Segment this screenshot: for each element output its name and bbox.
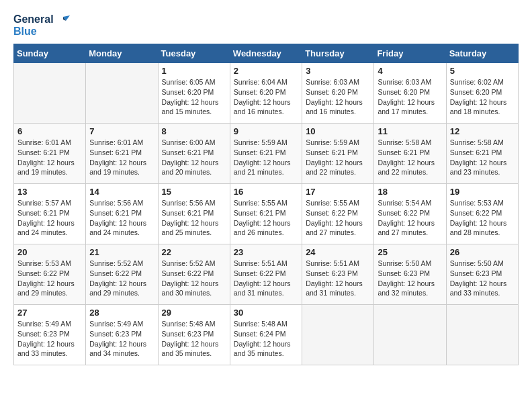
calendar-cell	[86, 63, 158, 124]
calendar-cell: 7Sunrise: 6:01 AM Sunset: 6:21 PM Daylig…	[86, 124, 158, 184]
day-info: Sunrise: 5:50 AM Sunset: 6:23 PM Dayligh…	[378, 259, 442, 298]
day-number: 14	[89, 187, 154, 197]
day-number: 6	[17, 126, 82, 136]
week-row-2: 6Sunrise: 6:01 AM Sunset: 6:21 PM Daylig…	[14, 124, 519, 184]
weekday-header-thursday: Thursday	[302, 44, 374, 63]
calendar-cell: 3Sunrise: 6:03 AM Sunset: 6:20 PM Daylig…	[302, 63, 374, 124]
day-number: 7	[89, 126, 154, 136]
calendar-cell: 18Sunrise: 5:54 AM Sunset: 6:22 PM Dayli…	[374, 184, 446, 244]
day-info: Sunrise: 5:53 AM Sunset: 6:22 PM Dayligh…	[450, 198, 515, 238]
day-info: Sunrise: 5:53 AM Sunset: 6:22 PM Dayligh…	[17, 259, 82, 298]
calendar-cell: 14Sunrise: 5:56 AM Sunset: 6:21 PM Dayli…	[86, 184, 158, 244]
day-info: Sunrise: 6:02 AM Sunset: 6:20 PM Dayligh…	[450, 77, 515, 117]
weekday-header-friday: Friday	[374, 44, 446, 63]
day-info: Sunrise: 5:52 AM Sunset: 6:22 PM Dayligh…	[89, 259, 154, 298]
calendar-cell: 11Sunrise: 5:58 AM Sunset: 6:21 PM Dayli…	[374, 124, 446, 184]
day-number: 20	[17, 247, 82, 257]
day-info: Sunrise: 6:01 AM Sunset: 6:21 PM Dayligh…	[17, 138, 82, 177]
calendar-cell: 9Sunrise: 5:59 AM Sunset: 6:21 PM Daylig…	[230, 124, 302, 184]
calendar-cell: 19Sunrise: 5:53 AM Sunset: 6:22 PM Dayli…	[446, 184, 518, 244]
calendar-cell: 30Sunrise: 5:48 AM Sunset: 6:24 PM Dayli…	[230, 305, 302, 365]
calendar-cell: 26Sunrise: 5:50 AM Sunset: 6:23 PM Dayli…	[446, 244, 518, 305]
page-header: General Blue	[13, 13, 519, 37]
day-info: Sunrise: 5:58 AM Sunset: 6:21 PM Dayligh…	[450, 138, 515, 177]
day-number: 24	[306, 247, 370, 257]
weekday-header-tuesday: Tuesday	[158, 44, 230, 63]
day-number: 29	[162, 308, 226, 318]
day-number: 25	[378, 247, 442, 257]
calendar-cell: 2Sunrise: 6:04 AM Sunset: 6:20 PM Daylig…	[230, 63, 302, 124]
calendar-cell: 16Sunrise: 5:55 AM Sunset: 6:21 PM Dayli…	[230, 184, 302, 244]
day-number: 15	[162, 187, 226, 197]
day-info: Sunrise: 6:03 AM Sunset: 6:20 PM Dayligh…	[306, 77, 370, 117]
calendar-cell: 17Sunrise: 5:55 AM Sunset: 6:22 PM Dayli…	[302, 184, 374, 244]
calendar-cell: 12Sunrise: 5:58 AM Sunset: 6:21 PM Dayli…	[446, 124, 518, 184]
day-info: Sunrise: 5:48 AM Sunset: 6:23 PM Dayligh…	[162, 319, 226, 359]
day-info: Sunrise: 5:56 AM Sunset: 6:21 PM Dayligh…	[162, 198, 226, 238]
weekday-header-wednesday: Wednesday	[230, 44, 302, 63]
day-info: Sunrise: 5:54 AM Sunset: 6:22 PM Dayligh…	[378, 198, 442, 238]
day-number: 22	[162, 247, 226, 257]
day-info: Sunrise: 6:05 AM Sunset: 6:20 PM Dayligh…	[162, 77, 226, 117]
calendar-cell: 1Sunrise: 6:05 AM Sunset: 6:20 PM Daylig…	[158, 63, 230, 124]
day-info: Sunrise: 5:56 AM Sunset: 6:21 PM Dayligh…	[89, 198, 154, 238]
day-info: Sunrise: 5:59 AM Sunset: 6:21 PM Dayligh…	[306, 138, 370, 177]
calendar-cell: 22Sunrise: 5:52 AM Sunset: 6:22 PM Dayli…	[158, 244, 230, 305]
calendar-cell: 13Sunrise: 5:57 AM Sunset: 6:21 PM Dayli…	[14, 184, 86, 244]
week-row-5: 27Sunrise: 5:49 AM Sunset: 6:23 PM Dayli…	[14, 305, 519, 365]
week-row-3: 13Sunrise: 5:57 AM Sunset: 6:21 PM Dayli…	[14, 184, 519, 244]
calendar-cell: 28Sunrise: 5:49 AM Sunset: 6:23 PM Dayli…	[86, 305, 158, 365]
day-number: 8	[162, 126, 226, 136]
day-info: Sunrise: 5:57 AM Sunset: 6:21 PM Dayligh…	[17, 198, 82, 238]
day-number: 13	[17, 187, 82, 197]
day-info: Sunrise: 6:00 AM Sunset: 6:21 PM Dayligh…	[162, 138, 226, 177]
day-number: 17	[306, 187, 370, 197]
day-number: 1	[162, 66, 226, 76]
day-number: 23	[234, 247, 298, 257]
calendar-cell: 27Sunrise: 5:49 AM Sunset: 6:23 PM Dayli…	[14, 305, 86, 365]
day-info: Sunrise: 5:58 AM Sunset: 6:21 PM Dayligh…	[378, 138, 442, 177]
calendar-cell	[446, 305, 518, 365]
calendar-cell: 4Sunrise: 6:03 AM Sunset: 6:20 PM Daylig…	[374, 63, 446, 124]
day-number: 26	[450, 247, 515, 257]
day-number: 27	[17, 308, 82, 318]
calendar-cell: 8Sunrise: 6:00 AM Sunset: 6:21 PM Daylig…	[158, 124, 230, 184]
day-number: 19	[450, 187, 515, 197]
day-info: Sunrise: 5:49 AM Sunset: 6:23 PM Dayligh…	[89, 319, 154, 359]
calendar-cell	[302, 305, 374, 365]
calendar-cell: 20Sunrise: 5:53 AM Sunset: 6:22 PM Dayli…	[14, 244, 86, 305]
calendar-cell: 29Sunrise: 5:48 AM Sunset: 6:23 PM Dayli…	[158, 305, 230, 365]
weekday-header-saturday: Saturday	[446, 44, 518, 63]
week-row-4: 20Sunrise: 5:53 AM Sunset: 6:22 PM Dayli…	[14, 244, 519, 305]
logo-general: General	[13, 13, 70, 26]
calendar-cell: 23Sunrise: 5:51 AM Sunset: 6:22 PM Dayli…	[230, 244, 302, 305]
day-info: Sunrise: 5:49 AM Sunset: 6:23 PM Dayligh…	[17, 319, 82, 359]
day-info: Sunrise: 5:55 AM Sunset: 6:21 PM Dayligh…	[234, 198, 298, 238]
day-info: Sunrise: 5:51 AM Sunset: 6:23 PM Dayligh…	[306, 259, 370, 298]
day-number: 30	[234, 308, 298, 318]
day-info: Sunrise: 5:55 AM Sunset: 6:22 PM Dayligh…	[306, 198, 370, 238]
calendar-cell: 21Sunrise: 5:52 AM Sunset: 6:22 PM Dayli…	[86, 244, 158, 305]
calendar-cell: 6Sunrise: 6:01 AM Sunset: 6:21 PM Daylig…	[14, 124, 86, 184]
day-number: 3	[306, 66, 370, 76]
day-info: Sunrise: 5:51 AM Sunset: 6:22 PM Dayligh…	[234, 259, 298, 298]
day-number: 11	[378, 126, 442, 136]
day-number: 18	[378, 187, 442, 197]
day-number: 5	[450, 66, 515, 76]
day-number: 21	[89, 247, 154, 257]
day-number: 9	[234, 126, 298, 136]
calendar-cell	[14, 63, 86, 124]
calendar-cell	[374, 305, 446, 365]
day-info: Sunrise: 5:52 AM Sunset: 6:22 PM Dayligh…	[162, 259, 226, 298]
day-info: Sunrise: 6:04 AM Sunset: 6:20 PM Dayligh…	[234, 77, 298, 117]
calendar-cell: 25Sunrise: 5:50 AM Sunset: 6:23 PM Dayli…	[374, 244, 446, 305]
day-number: 12	[450, 126, 515, 136]
logo-blue: Blue	[13, 26, 37, 38]
day-number: 2	[234, 66, 298, 76]
week-row-1: 1Sunrise: 6:05 AM Sunset: 6:20 PM Daylig…	[14, 63, 519, 124]
weekday-header-sunday: Sunday	[14, 44, 86, 63]
calendar-table: SundayMondayTuesdayWednesdayThursdayFrid…	[13, 44, 519, 365]
day-number: 28	[89, 308, 154, 318]
weekday-header-monday: Monday	[86, 44, 158, 63]
calendar-cell: 5Sunrise: 6:02 AM Sunset: 6:20 PM Daylig…	[446, 63, 518, 124]
